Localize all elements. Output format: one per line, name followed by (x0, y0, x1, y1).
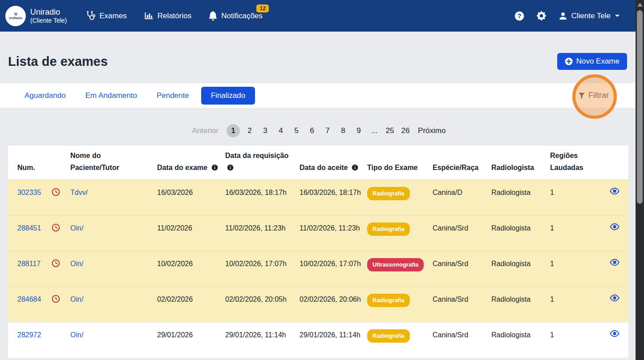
patient-name-link[interactable]: Oin/ (70, 323, 157, 358)
patient-name-link[interactable]: Oin/ (70, 251, 157, 287)
request-date: 10/02/2026, 17:07h (225, 251, 300, 287)
exam-type-badge: Radiografia (367, 222, 410, 236)
eye-icon[interactable] (610, 187, 620, 195)
radiologist: Radiologista (491, 251, 550, 287)
main-content: Lista de exames Novo Exame Aguardando Em… (0, 53, 644, 358)
request-date: 29/01/2026, 11:14h (225, 323, 300, 358)
pagination-page-number[interactable]: 2 (244, 126, 255, 135)
pagination-pages: 1 2 3 4 5 6 7 8 9 ... 25 26 (227, 124, 411, 138)
bell-icon (208, 11, 218, 20)
brand-title: Uniradio (30, 7, 67, 17)
svg-text:?: ? (518, 12, 522, 19)
brand-subtitle: (Cliente Tele) (30, 17, 67, 25)
exam-number-link[interactable]: 282972 (8, 323, 52, 358)
radiologist: Radiologista (491, 216, 550, 251)
request-date: 16/03/2026, 18:17h (225, 180, 300, 215)
pagination-page-number[interactable]: 25 (384, 126, 396, 135)
tab-strip: Aguardando Em Andamento Pendente Finaliz… (0, 83, 636, 108)
pagination-next[interactable]: Próximo (415, 126, 448, 135)
exam-number-link[interactable]: 288117 (8, 251, 52, 287)
request-date: 11/02/2026, 11:23h (225, 216, 300, 251)
help-button[interactable]: ? (514, 11, 524, 21)
status-tab[interactable]: Em Andamento (78, 87, 145, 105)
request-date: 02/02/2026, 20:05h (225, 287, 300, 322)
filter-button[interactable]: Filtrar (578, 91, 609, 100)
patient-name-link[interactable]: Tdvv/ (70, 180, 157, 215)
clock-icon (52, 188, 60, 196)
scrollbar[interactable] (636, 0, 644, 360)
exam-number-link[interactable]: 288451 (8, 216, 52, 251)
radiologist: Radiologista (491, 287, 550, 322)
nav-label: Exames (99, 12, 126, 20)
new-exam-button[interactable]: Novo Exame (557, 53, 627, 70)
table-row: 282972 Oin/ 29/01/2026 29/01/2026, 11:14… (8, 322, 628, 358)
pagination-page-number[interactable]: 9 (353, 126, 365, 135)
pagination-page-number[interactable]: 7 (322, 126, 333, 135)
exam-number-link[interactable]: 284684 (8, 287, 52, 322)
species-breed: Canina/Srd (433, 251, 491, 287)
eye-icon[interactable] (610, 259, 620, 266)
pagination-page-number[interactable]: 26 (400, 126, 411, 135)
exam-type-badge: Radiografia (367, 294, 410, 307)
nav-exames[interactable]: Exames (85, 11, 126, 21)
nav-notificacoes[interactable]: Notificações 12 (208, 11, 263, 20)
exam-type-badge: Ultrassonografia (367, 258, 424, 271)
status-tab[interactable]: Pendente (149, 87, 197, 105)
clock-icon (52, 223, 60, 232)
col-header-actions (604, 174, 628, 179)
col-header-patient: Nome do Paciente/Tutor (70, 150, 157, 179)
status-tab[interactable]: Aguardando (17, 87, 73, 105)
col-header-request-date: Data da requisição (225, 150, 300, 179)
info-icon[interactable] (352, 164, 358, 171)
user-menu[interactable]: Cliente Tele (559, 12, 620, 20)
accept-date: 10/02/2026, 17:07h (300, 251, 367, 287)
pagination-page-number[interactable]: 3 (259, 126, 271, 135)
species-breed: Canina/Srd (433, 323, 491, 358)
exam-number-link[interactable]: 302335 (8, 180, 52, 215)
patient-name-link[interactable]: Oin/ (70, 216, 157, 251)
patient-name-link[interactable]: Oin/ (70, 287, 157, 322)
info-icon[interactable] (211, 164, 218, 171)
eye-icon[interactable] (610, 223, 620, 231)
regions-count: 1 (550, 251, 604, 287)
nav-relatorios[interactable]: Relatórios (144, 11, 192, 21)
info-icon[interactable] (227, 164, 234, 171)
clock-icon (52, 295, 60, 303)
table-row: 302335 Tdvv/ 16/03/2026 16/03/2026, 18:1… (8, 180, 628, 215)
exam-type-badge: Radiografia (367, 329, 410, 343)
pagination-page-number[interactable]: ... (369, 126, 380, 135)
main-nav: Exames Relatórios Notificações 12 (85, 11, 263, 21)
status-tab[interactable]: Finalizado (201, 87, 255, 105)
new-exam-label: Novo Exame (576, 57, 620, 66)
species-breed: Canina/Srd (433, 216, 491, 251)
pagination-page-number[interactable]: 5 (291, 126, 302, 135)
pagination-page-number[interactable]: 6 (306, 126, 318, 135)
pagination-previous[interactable]: Anterior (188, 126, 223, 135)
eye-icon[interactable] (610, 294, 620, 302)
status-tabs: Aguardando Em Andamento Pendente Finaliz… (17, 87, 259, 105)
brand[interactable]: UniRadio Uniradio (Cliente Tele) (5, 6, 67, 26)
exams-table: Num. Nome do Paciente/Tutor Data do exam… (8, 145, 629, 358)
logo-text: UniRadio (9, 16, 23, 20)
pagination-page-number[interactable]: 8 (337, 126, 349, 135)
eye-icon[interactable] (610, 330, 620, 337)
scrollbar-up-arrow-icon[interactable] (637, 3, 643, 7)
pagination-page-number[interactable]: 1 (227, 124, 240, 138)
exam-type-badge: Radiografia (367, 187, 410, 200)
regions-count: 1 (550, 323, 604, 358)
pagination-page-number[interactable]: 4 (275, 126, 287, 135)
col-header-exam-date: Data do exame (157, 162, 225, 179)
filter-label: Filtrar (588, 91, 609, 100)
table-row: 288451 Oin/ 11/02/2026 11/02/2026, 11:23… (8, 215, 628, 251)
settings-button[interactable] (537, 11, 546, 20)
logo-mark (14, 12, 17, 16)
regions-count: 1 (550, 287, 604, 322)
scrollbar-thumb[interactable] (637, 10, 643, 204)
stethoscope-icon (85, 11, 96, 21)
exam-date: 02/02/2026 (157, 287, 225, 322)
radiologist: Radiologista (491, 180, 550, 215)
accept-date: 02/02/2026, 20:06h (300, 287, 367, 322)
gear-icon (537, 11, 546, 20)
exam-date: 16/03/2026 (157, 180, 225, 215)
bar-chart-icon (144, 11, 154, 21)
